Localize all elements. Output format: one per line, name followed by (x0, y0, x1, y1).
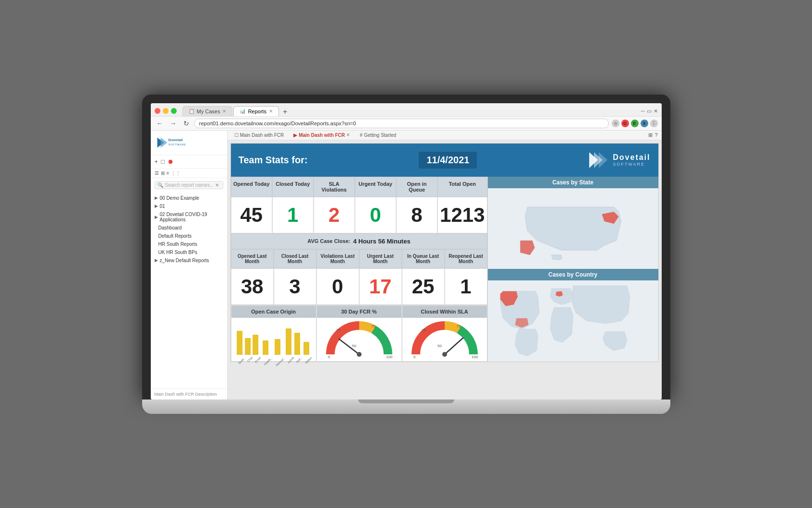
folder-btn[interactable]: □ (161, 158, 165, 165)
bar-5-rect (286, 328, 291, 355)
tab-mycases-close[interactable]: ✕ (222, 109, 226, 114)
nav-item-default[interactable]: Default Reports (151, 232, 227, 240)
tab-mycases-icon: 📋 (189, 109, 194, 114)
brand-name: Dovetail (613, 153, 650, 162)
add-btn[interactable]: + (155, 158, 158, 165)
opened-today-value: 45 (233, 200, 270, 230)
nav-label-demo: 00 Demo Example (160, 195, 199, 201)
ext2-icon[interactable]: X (641, 120, 648, 127)
svg-text:100: 100 (472, 355, 478, 359)
nav-arrow-demo: ▶ (155, 195, 158, 200)
lm-value-0: 38 (233, 272, 271, 302)
new-tab-button[interactable]: + (280, 108, 290, 116)
sidebar-footer-text: Main Dash with FCR Description (155, 392, 217, 397)
nav-item-uk-hr[interactable]: UK HR South BPs (151, 248, 227, 256)
report-icon-1[interactable]: ⊞ (648, 132, 653, 138)
stat-header-sla: SLA Violations (314, 177, 355, 197)
stat-header-opened-today: Opened Today (231, 177, 272, 197)
charts-row: Open Case Origin Build... (231, 305, 487, 362)
dovetail-logo-svg (588, 149, 610, 171)
lm-label-4: In Queue Last Month (407, 254, 439, 264)
dash-header: Team Stats for: 11/4/2021 (231, 144, 658, 177)
view-btn3[interactable]: ≡ (167, 170, 170, 176)
lm-value-5: 1 (447, 272, 485, 302)
view-btn4[interactable]: ⋮⋮ (171, 170, 181, 176)
browser-tabs: 📋 My Cases ✕ 📊 Reports ✕ + (182, 106, 291, 116)
dovetail-logo-white: Dovetail SOFTWARE (588, 149, 650, 171)
report-icon-2[interactable]: ? (654, 132, 657, 138)
right-panel: Cases by State (487, 177, 658, 362)
view-btn1[interactable]: ☰ (155, 170, 159, 176)
svg-text:25: 25 (336, 328, 340, 332)
lm-label-1: Closed Last Month (281, 254, 309, 264)
stat-open-queue: 8 (396, 197, 437, 233)
address-bar[interactable]: report01.demo.dovetailnow.com/exago/Dove… (194, 119, 609, 128)
lm-stat-1: 3 (274, 268, 316, 305)
svg-line-14 (445, 338, 463, 354)
main-content: Team Stats for: 11/4/2021 (228, 140, 662, 399)
open-queue-value: 8 (399, 200, 435, 230)
tab-mycases[interactable]: 📋 My Cases ✕ (182, 106, 233, 116)
stat-closed-today: 1 (272, 197, 314, 233)
nav-item-01[interactable]: ▶ 01 (151, 202, 227, 210)
forward-button[interactable]: → (168, 119, 179, 128)
dash-header-title: Team Stats for: (239, 155, 308, 166)
bar-3-rect (263, 340, 268, 355)
ext1-icon[interactable]: E (631, 120, 639, 127)
svg-text:SOFTWARE: SOFTWARE (168, 143, 186, 145)
record-btn[interactable]: ⏺ (168, 158, 174, 165)
nav-item-hr-south[interactable]: HR South Reports (151, 240, 227, 248)
report-tab-2-icon: ▶ (293, 133, 297, 138)
report-tab-1-label: Main Dash with FCR (240, 133, 284, 138)
search-input[interactable] (165, 182, 213, 188)
tab-reports[interactable]: 📊 Reports ✕ (233, 106, 279, 116)
svg-text:100: 100 (386, 355, 393, 359)
minimize-window-btn[interactable] (163, 108, 169, 114)
report-tab-3-icon: # (360, 133, 363, 138)
world-map-area (488, 280, 658, 362)
bar-7-rect (303, 342, 309, 355)
bar-5: myHR (285, 328, 293, 359)
chart-sla-closed: Closed Within SLA (402, 305, 487, 362)
window-close-icon[interactable]: ✕ (654, 108, 658, 114)
report-tab-2-label: Main Dash with FCR (299, 133, 345, 138)
menu-icon[interactable]: ⋮ (650, 120, 658, 127)
maximize-window-btn[interactable] (171, 108, 177, 114)
sidebar-search-box[interactable]: 🔍 ✕ (155, 181, 223, 189)
total-open-label: Total Open (448, 181, 476, 187)
usa-map-area (488, 188, 658, 269)
nav-label-hr-south: HR South Reports (158, 242, 197, 247)
bar-6-label: Self... (296, 356, 303, 363)
nav-item-new-default[interactable]: ▶ z_New Default Reports (151, 256, 227, 265)
lm-stat-2: 0 (316, 268, 359, 305)
report-tab-2-close[interactable]: ✕ (346, 133, 350, 137)
bookmark-icon[interactable]: ☆ (612, 120, 619, 127)
chart-sla-closed-body: 0 25 75 100 50 (402, 318, 487, 361)
report-tab-1[interactable]: ☐ Main Dash with FCR (231, 132, 287, 139)
view-btn2[interactable]: ⊞ (161, 170, 165, 176)
report-tab-1-icon: ☐ (234, 133, 239, 138)
dashboard: Team Stats for: 11/4/2021 (230, 143, 659, 362)
nav-item-dashboard[interactable]: Dashboard (151, 224, 227, 232)
report-tab-3[interactable]: # Getting Started (357, 132, 399, 139)
nav-label-new-default: z_New Default Reports (160, 258, 209, 263)
tab-reports-close[interactable]: ✕ (269, 109, 273, 114)
bar-3-label: Health... (263, 356, 273, 366)
nav-item-covid[interactable]: ▶ 02 Dovetail COVID-19 Applications (151, 210, 227, 224)
closed-today-value: 1 (275, 200, 311, 230)
nav-item-demo[interactable]: ▶ 00 Demo Example (151, 194, 227, 202)
window-restore-icon[interactable]: ▭ (647, 108, 652, 114)
sidebar-logo: Dovetail SOFTWARE (151, 131, 227, 155)
lm-stat-0: 38 (231, 268, 274, 305)
reload-button[interactable]: ↻ (182, 119, 191, 128)
back-button[interactable]: ← (155, 119, 165, 128)
window-min-icon[interactable]: ─ (641, 108, 645, 114)
close-window-btn[interactable] (155, 108, 160, 114)
report-tab-2[interactable]: ▶ Main Dash with FCR ✕ (291, 132, 353, 139)
laptop-outer: 📋 My Cases ✕ 📊 Reports ✕ + ─ ▭ ✕ (142, 95, 670, 414)
dash-header-date: 11/4/2021 (419, 152, 477, 169)
google-icon[interactable]: G (621, 120, 629, 127)
chart-open-case-origin: Open Case Origin Build... (231, 305, 316, 362)
clear-search-icon[interactable]: ✕ (215, 182, 219, 188)
bar-6: Self... (293, 333, 301, 359)
